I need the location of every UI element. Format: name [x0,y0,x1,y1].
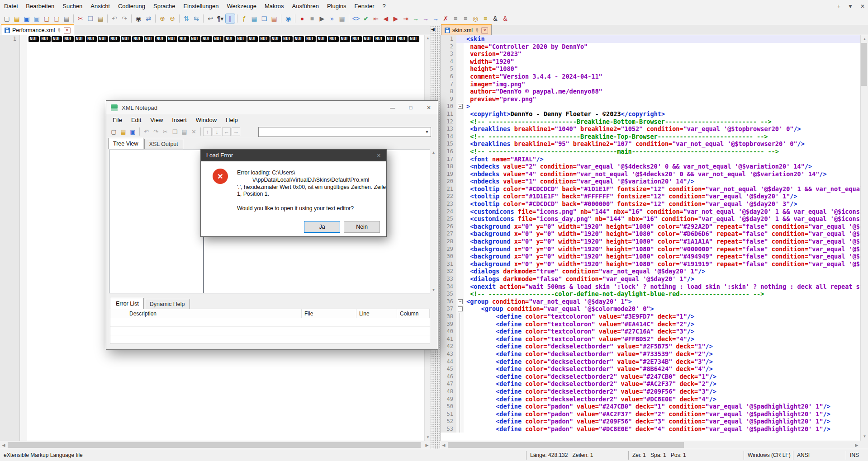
fold-margin[interactable] [456,58,464,66]
copy-icon[interactable]: ❏ [86,14,95,23]
delete-icon[interactable]: ✕ [190,127,198,136]
save-icon[interactable]: ▣ [128,127,137,136]
menu-suchen[interactable]: Suchen [58,1,86,11]
copy-icon[interactable]: ❏ [171,127,179,136]
fold-margin[interactable] [456,35,464,43]
fold-margin[interactable] [456,380,464,388]
fold-margin[interactable] [456,43,464,51]
pin-icon[interactable]: ✎ [474,27,480,34]
fold-margin[interactable]: − [456,103,464,110]
xml-notepad-titlebar[interactable]: XML Notepad —□✕ [106,101,438,114]
right-horizontal-scrollbar[interactable]: ◀ ▶ [440,441,860,449]
fold-margin[interactable] [456,88,464,95]
macro-record-icon[interactable]: ● [298,14,307,23]
column-header-description[interactable]: Description [110,309,302,318]
zoom-in-icon[interactable]: ⊕ [158,14,167,23]
fold-margin[interactable] [456,125,464,133]
plus-icon[interactable]: + [836,3,842,9]
tab-performance-xml[interactable]: Performance.xml ✎ ✕ [1,24,74,35]
fold-margin[interactable] [456,95,464,103]
validate-check-icon[interactable]: ✔ [361,14,370,23]
xn-menu-file[interactable]: File [108,115,127,125]
fold-margin[interactable] [456,133,464,141]
replace-icon[interactable]: ⇄ [144,14,153,23]
fold-margin[interactable] [456,335,464,343]
menu-werkzeuge[interactable]: Werkzeuge [223,1,261,11]
tab-close-icon[interactable]: ✕ [64,27,71,34]
undo-icon[interactable]: ↶ [142,127,151,136]
nudge-left-icon[interactable]: ← [222,127,231,136]
fold-margin[interactable] [456,358,464,366]
close-icon[interactable]: ✕ [377,153,381,159]
lightning-doc-icon[interactable]: ≡ [481,14,490,23]
fold-margin[interactable] [456,260,464,268]
word-wrap-icon[interactable]: ↩ [206,14,215,23]
function-list-icon[interactable]: ƒ [240,14,249,23]
status-encoding[interactable]: ANSI [793,451,846,460]
pin-icon[interactable]: ✎ [56,27,62,34]
fold-margin[interactable] [456,155,464,163]
fold-margin[interactable] [456,418,464,425]
xn-menu-help[interactable]: Help [221,115,242,125]
redo-icon[interactable]: ↷ [120,14,129,23]
scroll-down-icon[interactable]: ▼ [430,287,437,293]
xn-menu-view[interactable]: View [146,115,167,125]
macro-play-icon[interactable]: ▶ [318,14,327,23]
doc-lines2-icon[interactable]: ≡ [461,14,470,23]
cut-icon[interactable]: ✂ [76,14,85,23]
fold-margin[interactable] [456,110,464,118]
doc-lines-icon[interactable]: ≡ [451,14,460,23]
show-all-chars-icon[interactable]: ¶▾ [216,14,225,23]
minimize-icon[interactable]: — [384,101,402,114]
menu-makros[interactable]: Makros [261,1,288,11]
cut-icon[interactable]: ✂ [161,127,170,136]
fold-collapse-icon[interactable]: − [458,299,463,304]
undo-icon[interactable]: ↶ [110,14,119,23]
new-file-icon[interactable]: ▢ [2,14,11,23]
tab-error-list[interactable]: Error List [111,298,144,309]
xpath-combobox[interactable]: ▼ [258,127,431,137]
xml-tags-icon[interactable]: <> [351,14,360,23]
sync-horizontal-icon[interactable]: ⇆ [192,14,201,23]
scroll-up-icon[interactable]: ▲ [425,35,431,42]
fold-margin[interactable] [456,50,464,58]
fold-margin[interactable] [456,290,464,298]
xn-menu-insert[interactable]: Insert [167,115,191,125]
ampersand-off-icon[interactable]: & [501,14,510,23]
scroll-up-icon[interactable]: ▲ [430,150,437,156]
import-blue-icon[interactable]: → [431,14,440,23]
import-purple-icon[interactable]: → [421,14,430,23]
status-eol[interactable]: Windows (CR LF) [744,451,793,460]
fold-margin[interactable] [456,403,464,410]
fold-margin[interactable] [456,320,464,328]
scroll-down-icon[interactable]: ▼ [861,433,868,440]
tab-dynamic-help[interactable]: Dynamic Help [145,299,190,309]
tab-scroll-left-icon[interactable]: ◀ [431,27,435,32]
nudge-up-icon[interactable]: ↑ [203,127,212,136]
menu-plugins[interactable]: Plugins [323,1,351,11]
dialog-titlebar[interactable]: Load Error ✕ [201,150,386,161]
yes-button[interactable]: Ja [304,221,340,233]
menu-ansicht[interactable]: Ansicht [86,1,114,11]
scroll-up-icon[interactable]: ▲ [861,36,868,42]
left-horizontal-scrollbar[interactable]: ◀ ▶ [0,441,431,449]
nudge-right-icon[interactable]: → [232,127,240,136]
fold-margin[interactable] [456,73,464,80]
xn-menu-window[interactable]: Window [191,115,221,125]
fold-margin[interactable] [456,268,464,275]
fold-margin[interactable]: − [456,305,464,313]
fold-margin[interactable] [456,365,464,373]
tab-close-icon[interactable]: ✕ [481,27,488,34]
column-header-line[interactable]: Line [356,309,397,318]
close-icon[interactable]: ✕ [420,101,438,114]
fold-margin[interactable] [456,283,464,291]
ampersand-icon[interactable]: & [491,14,500,23]
fold-margin[interactable] [456,170,464,178]
paste-icon[interactable]: ▤ [96,14,105,23]
fold-margin[interactable] [456,410,464,418]
document-map-icon[interactable]: ▦ [250,14,259,23]
fold-margin[interactable] [456,245,464,253]
error-list-body[interactable] [110,318,430,344]
fold-margin[interactable] [456,395,464,403]
fold-margin[interactable] [456,388,464,395]
